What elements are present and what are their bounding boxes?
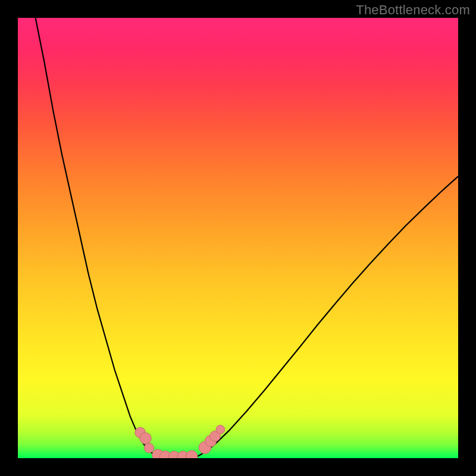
chart-plot-area <box>18 18 458 458</box>
bottleneck-curve <box>36 18 458 458</box>
data-marker <box>186 450 198 458</box>
data-marker <box>216 425 225 434</box>
data-marker <box>140 433 151 444</box>
watermark-text: TheBottleneck.com <box>356 2 470 18</box>
chart-svg <box>18 18 458 458</box>
chart-frame: TheBottleneck.com <box>0 0 476 476</box>
data-marker <box>144 443 154 453</box>
